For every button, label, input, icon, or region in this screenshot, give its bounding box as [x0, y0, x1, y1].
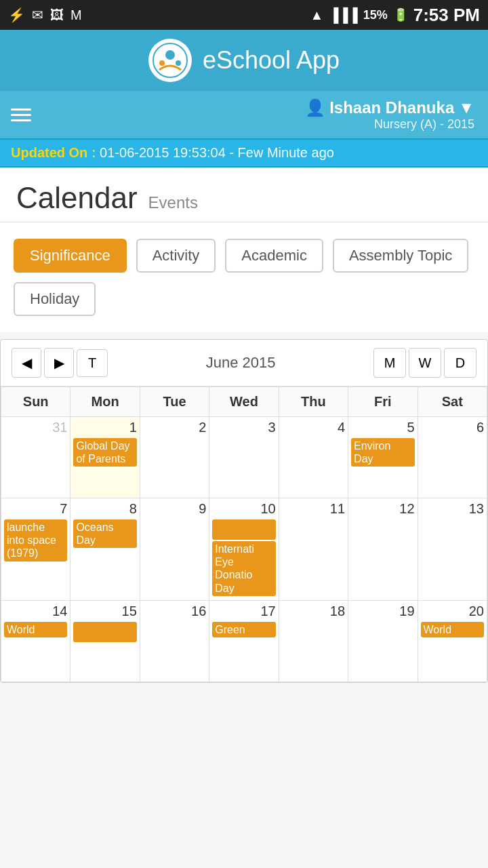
update-label: Updated On : — [11, 145, 96, 160]
month-title: June 2015 — [206, 354, 276, 372]
day-number: 5 — [351, 420, 414, 435]
day-view-button[interactable]: D — [444, 348, 476, 378]
day-number: 13 — [421, 501, 484, 517]
col-fri: Fri — [348, 387, 418, 417]
month-view-button[interactable]: M — [373, 348, 406, 378]
calendar-cell[interactable]: 13 — [418, 498, 487, 601]
svg-point-2 — [159, 60, 165, 66]
signal-icon: ▐▐▐ — [329, 7, 358, 23]
calendar-cell[interactable]: 10Internati Eye Donatio Day — [209, 498, 279, 601]
status-time: 7:53 PM — [413, 5, 480, 26]
day-number: 17 — [212, 604, 275, 619]
filter-holiday[interactable]: Holiday — [14, 282, 96, 316]
calendar-row: 311Global Day of Parents2345Environ Day6 — [1, 417, 487, 498]
wifi-icon: ▲ — [310, 7, 323, 23]
day-number: 2 — [143, 420, 206, 435]
user-name: 👤 Ishaan Dhanuka ▼ — [305, 98, 474, 117]
calendar-cell[interactable]: 15 — [70, 600, 140, 682]
event-chip[interactable]: Green — [212, 622, 275, 637]
calendar-cell[interactable]: 12 — [348, 498, 418, 601]
calendar-cell[interactable]: 2 — [140, 417, 209, 498]
dropdown-icon[interactable]: ▼ — [458, 98, 474, 117]
day-number: 16 — [143, 604, 206, 619]
filter-significance[interactable]: Significance — [14, 239, 127, 273]
page-subtitle: Events — [148, 193, 198, 212]
gmail-icon: M — [70, 7, 82, 23]
day-number: 8 — [73, 501, 136, 517]
filter-assembly[interactable]: Assembly Topic — [333, 239, 468, 273]
svg-point-3 — [176, 60, 181, 66]
today-button[interactable]: T — [77, 349, 108, 377]
day-number: 20 — [421, 604, 484, 619]
calendar-cell[interactable]: 8Oceans Day — [70, 498, 140, 601]
calendar-cell[interactable]: 6 — [418, 417, 487, 498]
day-number: 11 — [282, 501, 345, 517]
day-number: 1 — [73, 420, 136, 435]
sub-header: 👤 Ishaan Dhanuka ▼ Nursery (A) - 2015 — [0, 91, 488, 138]
prev-month-button[interactable]: ◀ — [12, 348, 41, 378]
user-class: Nursery (A) - 2015 — [305, 117, 474, 132]
status-icons-left: ⚡ ✉ 🖼 M — [8, 7, 82, 23]
page-header: Calendar Events — [0, 167, 488, 222]
calendar-grid: Sun Mon Tue Wed Thu Fri Sat 311Global Da… — [1, 387, 487, 682]
event-chip[interactable]: Internati Eye Donatio Day — [212, 541, 275, 596]
hamburger-menu[interactable] — [11, 108, 31, 121]
next-month-button[interactable]: ▶ — [44, 348, 74, 378]
event-chip[interactable]: Global Day of Parents — [73, 438, 136, 467]
event-chip[interactable]: World — [421, 622, 484, 637]
svg-point-1 — [165, 50, 175, 60]
event-chip[interactable]: Environ Day — [351, 438, 414, 467]
day-number: 31 — [4, 420, 67, 435]
calendar-header-row: Sun Mon Tue Wed Thu Fri Sat — [1, 387, 487, 417]
calendar-cell[interactable]: 19 — [348, 600, 418, 682]
status-icons-right: ▲ ▐▐▐ 15% 🔋 7:53 PM — [310, 5, 480, 26]
calendar-cell[interactable]: 9 — [140, 498, 209, 601]
col-thu: Thu — [279, 387, 348, 417]
event-chip[interactable]: Oceans Day — [73, 519, 136, 548]
app-logo — [148, 39, 192, 82]
event-chip[interactable] — [212, 519, 275, 540]
calendar-cell[interactable]: 5Environ Day — [348, 417, 418, 498]
day-number: 7 — [4, 501, 67, 517]
calendar-cell[interactable]: 31 — [1, 417, 70, 498]
calendar-cell[interactable]: 11 — [279, 498, 348, 601]
calendar-row: 7launche into space (1979)8Oceans Day910… — [1, 498, 487, 601]
image-icon: 🖼 — [50, 7, 64, 23]
calendar-row: 14World151617Green181920World — [1, 600, 487, 682]
day-number: 14 — [4, 604, 67, 619]
calendar-nav: ◀ ▶ T June 2015 M W D — [1, 340, 487, 387]
user-icon: 👤 — [305, 98, 325, 117]
usb-icon: ⚡ — [8, 7, 25, 23]
battery-icon: 🔋 — [393, 7, 408, 22]
day-number: 19 — [351, 604, 414, 619]
week-view-button[interactable]: W — [409, 348, 441, 378]
event-chip[interactable]: launche into space (1979) — [4, 519, 67, 561]
calendar-cell[interactable]: 3 — [209, 417, 279, 498]
view-controls: M W D — [373, 348, 476, 378]
calendar-section: ◀ ▶ T June 2015 M W D Sun Mon Tue Wed Th… — [0, 339, 488, 683]
battery-level: 15% — [363, 8, 388, 22]
filter-academic[interactable]: Academic — [225, 239, 323, 273]
calendar-cell[interactable]: 20World — [418, 600, 487, 682]
col-wed: Wed — [209, 387, 279, 417]
calendar-cell[interactable]: 16 — [140, 600, 209, 682]
calendar-cell[interactable]: 1Global Day of Parents — [70, 417, 140, 498]
calendar-cell[interactable]: 18 — [279, 600, 348, 682]
calendar-cell[interactable]: 17Green — [209, 600, 279, 682]
update-value: 01-06-2015 19:53:04 - Few Minute ago — [100, 145, 334, 160]
event-chip[interactable]: World — [4, 622, 67, 637]
day-number: 18 — [282, 604, 345, 619]
filter-activity[interactable]: Activity — [136, 239, 216, 273]
col-tue: Tue — [140, 387, 209, 417]
update-banner: Updated On : 01-06-2015 19:53:04 - Few M… — [0, 138, 488, 167]
calendar-cell[interactable]: 14World — [1, 600, 70, 682]
user-info: 👤 Ishaan Dhanuka ▼ Nursery (A) - 2015 — [305, 98, 474, 132]
day-number: 15 — [73, 604, 136, 619]
event-chip[interactable] — [73, 622, 136, 642]
col-mon: Mon — [70, 387, 140, 417]
calendar-cell[interactable]: 7launche into space (1979) — [1, 498, 70, 601]
calendar-cell[interactable]: 4 — [279, 417, 348, 498]
day-number: 3 — [212, 420, 275, 435]
status-bar: ⚡ ✉ 🖼 M ▲ ▐▐▐ 15% 🔋 7:53 PM — [0, 0, 488, 30]
day-number: 4 — [282, 420, 345, 435]
